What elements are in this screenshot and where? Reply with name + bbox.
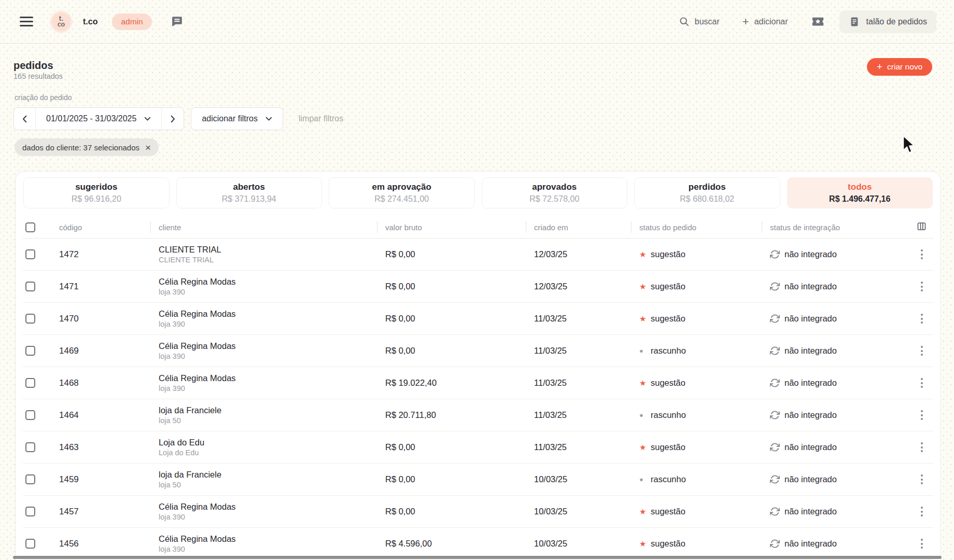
row-checkbox[interactable]: [25, 314, 35, 324]
order-status-label: sugestão: [651, 442, 685, 452]
created-date: 11/03/25: [526, 378, 631, 388]
suggestion-star-icon: ★: [639, 443, 651, 452]
status-card-em-aprovação[interactable]: em aprovação R$ 274.451,00: [329, 177, 475, 208]
add-filters-dropdown[interactable]: adicionar filtros: [191, 107, 283, 130]
created-date: 12/03/25: [526, 249, 631, 259]
status-card-sugeridos[interactable]: sugeridos R$ 96.916,20: [23, 177, 170, 208]
row-menu-icon[interactable]: [917, 472, 927, 486]
select-all-checkbox[interactable]: [25, 222, 35, 232]
table-row[interactable]: 1457 Célia Regina Modas loja 390 R$ 0,00…: [23, 496, 933, 528]
previous-period-button[interactable]: [14, 108, 36, 130]
table-row[interactable]: 1464 loja da Franciele loja 50 R$ 20.711…: [23, 399, 933, 431]
row-checkbox[interactable]: [25, 410, 35, 420]
column-header-valor-bruto[interactable]: valor bruto: [377, 223, 526, 232]
sync-icon: [770, 249, 780, 259]
integration-status-label: não integrado: [784, 282, 837, 291]
gross-value: R$ 0,00: [377, 282, 526, 291]
status-card-todos[interactable]: todos R$ 1.496.477,16: [787, 177, 933, 208]
sync-icon: [770, 507, 780, 516]
row-menu-icon[interactable]: [917, 344, 927, 358]
chat-icon[interactable]: [171, 15, 184, 28]
row-menu-icon[interactable]: [917, 408, 927, 422]
client-name: Célia Regina Modas: [159, 534, 377, 544]
integration-status-label: não integrado: [784, 442, 837, 452]
client-name: Loja do Edu: [159, 437, 377, 448]
column-header-criado-em[interactable]: criado em: [526, 223, 631, 232]
client-store: Loja do Edu: [159, 448, 377, 457]
gross-value: R$ 20.711,80: [377, 410, 526, 420]
horizontal-scrollbar[interactable]: [13, 556, 942, 559]
gross-value: R$ 0,00: [377, 507, 526, 516]
table-row[interactable]: 1469 Célia Regina Modas loja 390 R$ 0,00…: [23, 335, 933, 367]
row-menu-icon[interactable]: [917, 279, 927, 293]
column-header-status-pedido[interactable]: status do pedido: [631, 223, 762, 232]
table-row[interactable]: 1459 loja da Franciele loja 50 R$ 0,00 1…: [23, 464, 933, 496]
add-label: adicionar: [754, 17, 788, 26]
status-card-value: R$ 680.618,02: [680, 194, 734, 204]
row-checkbox[interactable]: [25, 282, 35, 291]
status-card-label: em aprovação: [372, 182, 431, 192]
order-status-label: sugestão: [651, 539, 685, 549]
active-filter-chip-label: dados do cliente: 37 selecionados: [22, 143, 139, 152]
row-menu-icon[interactable]: [917, 312, 927, 326]
table-row[interactable]: 1471 Célia Regina Modas loja 390 R$ 0,00…: [23, 271, 933, 303]
ticket-star-icon[interactable]: [811, 15, 825, 29]
table-row[interactable]: 1468 Célia Regina Modas loja 390 R$ 19.0…: [23, 367, 933, 399]
integration-status-label: não integrado: [784, 474, 837, 484]
order-pad-button[interactable]: talão de pedidos: [839, 10, 936, 33]
brand-logo[interactable]: t. co: [50, 10, 73, 33]
row-checkbox[interactable]: [25, 378, 35, 388]
row-checkbox[interactable]: [25, 507, 35, 516]
table-header: código cliente valor bruto criado em sta…: [23, 216, 933, 239]
status-card-abertos[interactable]: abertos R$ 371.913,94: [176, 177, 322, 208]
table-row[interactable]: 1456 Célia Regina Modas loja 390 R$ 4.59…: [23, 528, 933, 560]
order-status-label: rascunho: [651, 346, 686, 356]
plus-icon: +: [877, 62, 882, 72]
column-header-status-integracao[interactable]: status de integração: [762, 223, 902, 232]
table-row[interactable]: 1463 Loja do Edu Loja do Edu R$ 0,00 11/…: [23, 431, 933, 464]
row-menu-icon[interactable]: [917, 440, 927, 454]
clear-filters-link[interactable]: limpar filtros: [299, 114, 343, 123]
row-menu-icon[interactable]: [917, 505, 927, 519]
create-new-button[interactable]: + criar novo: [867, 58, 932, 76]
order-status-label: sugestão: [651, 314, 685, 324]
gross-value: R$ 0,00: [377, 249, 526, 259]
status-card-value: R$ 72.578,00: [529, 194, 579, 204]
row-menu-icon[interactable]: [917, 537, 927, 551]
row-checkbox[interactable]: [25, 474, 35, 484]
next-period-button[interactable]: [162, 108, 184, 130]
active-filter-chip[interactable]: dados do cliente: 37 selecionados ×: [15, 138, 159, 156]
column-header-codigo[interactable]: código: [47, 223, 150, 232]
topbar: t. co t.co admin buscar + adicionar: [0, 0, 954, 44]
table-row[interactable]: 1470 Célia Regina Modas loja 390 R$ 0,00…: [23, 303, 933, 335]
table-row[interactable]: 1472 CLIENTE TRIAL CLIENTE TRIAL R$ 0,00…: [23, 239, 933, 271]
client-name: Célia Regina Modas: [159, 373, 377, 384]
order-code: 1459: [47, 474, 150, 485]
suggestion-star-icon: ★: [639, 539, 651, 549]
client-store: loja 390: [159, 352, 377, 361]
search-button[interactable]: buscar: [679, 16, 720, 27]
row-checkbox[interactable]: [25, 249, 35, 259]
filter-row: 01/01/2025 - 31/03/2025 adicionar filtro…: [13, 107, 343, 130]
row-checkbox[interactable]: [25, 539, 35, 549]
row-checkbox[interactable]: [25, 346, 35, 356]
row-menu-icon[interactable]: [917, 247, 927, 261]
columns-settings-icon[interactable]: [916, 221, 927, 233]
status-card-perdidos[interactable]: perdidos R$ 680.618,02: [634, 177, 780, 208]
brand-name: t.co: [83, 17, 97, 26]
order-pad-label: talão de pedidos: [866, 17, 927, 26]
suggestion-star-icon: ★: [639, 314, 651, 324]
client-name: loja da Franciele: [159, 469, 377, 480]
menu-icon[interactable]: [20, 17, 33, 26]
integration-status-label: não integrado: [784, 539, 837, 549]
sync-icon: [770, 410, 780, 420]
chip-close-icon[interactable]: ×: [145, 143, 151, 152]
created-date: 10/03/25: [526, 474, 631, 484]
status-card-label: perdidos: [689, 182, 726, 192]
add-button[interactable]: + adicionar: [742, 16, 788, 27]
row-checkbox[interactable]: [25, 442, 35, 452]
column-header-cliente[interactable]: cliente: [150, 223, 377, 232]
row-menu-icon[interactable]: [917, 376, 927, 390]
date-range-dropdown[interactable]: 01/01/2025 - 31/03/2025: [36, 108, 162, 130]
status-card-aprovados[interactable]: aprovados R$ 72.578,00: [482, 177, 628, 208]
